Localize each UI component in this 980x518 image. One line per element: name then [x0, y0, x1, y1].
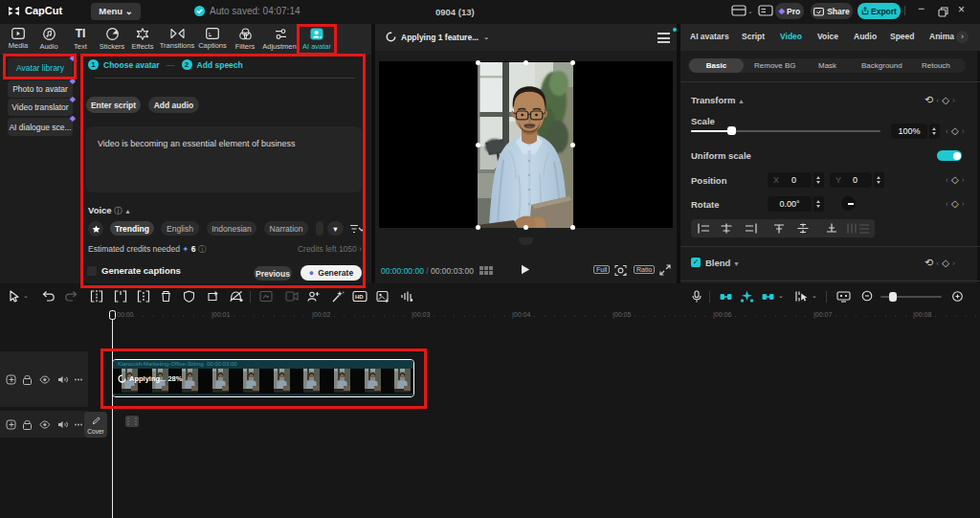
svg-text:HD: HD [355, 294, 364, 300]
